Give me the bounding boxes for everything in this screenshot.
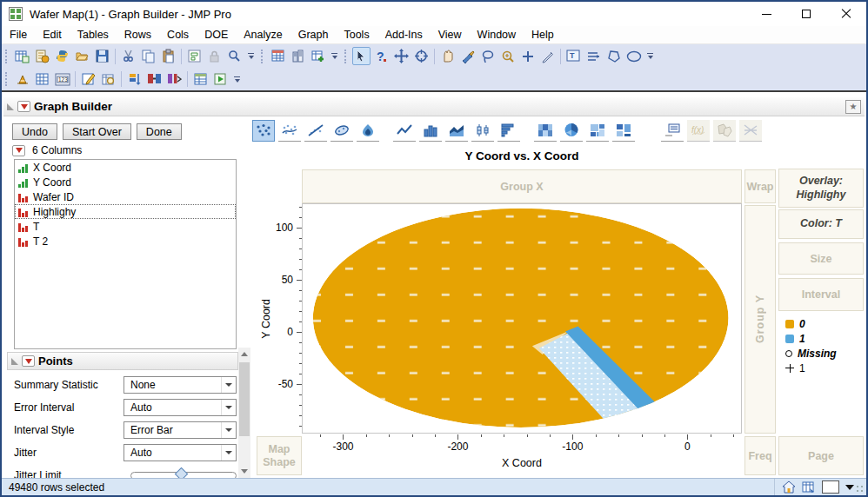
undo-button[interactable]: Undo xyxy=(12,123,57,140)
palette-ellipse[interactable] xyxy=(331,120,353,142)
maximize-button[interactable] xyxy=(786,2,826,26)
interval-style-dropdown[interactable]: Error Bar xyxy=(124,421,237,439)
scrollbar-thumb[interactable] xyxy=(239,362,250,436)
color-zone[interactable]: Color: T xyxy=(778,209,864,239)
palette-points[interactable] xyxy=(252,120,275,142)
resize-grip[interactable] xyxy=(856,485,865,494)
menu-window[interactable]: Window xyxy=(470,27,524,43)
menu-rows[interactable]: Rows xyxy=(117,27,159,43)
toolbar-overflow[interactable] xyxy=(232,72,242,86)
color-swatch[interactable] xyxy=(822,480,839,494)
dropdown-arrow-icon[interactable] xyxy=(845,485,854,490)
target-tool-icon[interactable] xyxy=(412,47,431,65)
menu-tables[interactable]: Tables xyxy=(70,27,117,43)
wafer-map[interactable] xyxy=(303,204,741,433)
column-item-selected[interactable]: Highlighy xyxy=(15,204,236,219)
text-box-annotation-icon[interactable]: T xyxy=(564,47,583,65)
red-triangle-menu[interactable] xyxy=(17,101,30,112)
menu-cols[interactable]: Cols xyxy=(159,27,197,43)
close-button[interactable] xyxy=(826,2,866,26)
panel-scrollbar[interactable] xyxy=(238,348,250,478)
column-item[interactable]: Wafer ID xyxy=(15,189,236,204)
toolbar-overflow[interactable] xyxy=(246,50,256,63)
summary-statistic-dropdown[interactable]: None xyxy=(124,376,237,394)
palette-histogram[interactable] xyxy=(497,120,520,142)
toolbar-grip[interactable] xyxy=(261,50,265,63)
toolbar-grip[interactable] xyxy=(344,50,349,63)
overlay-zone[interactable]: Overlay:Highlighy xyxy=(778,169,864,208)
split-columns-icon[interactable] xyxy=(165,70,184,89)
legend-item[interactable]: 1 xyxy=(785,331,837,346)
run-script-icon[interactable] xyxy=(211,70,230,89)
palette-mosaic[interactable] xyxy=(612,120,635,142)
line-annotation-icon[interactable] xyxy=(584,47,603,65)
done-button[interactable]: Done xyxy=(137,123,182,140)
y-axis[interactable]: 100500-50 xyxy=(257,203,302,434)
palette-heatmap[interactable] xyxy=(534,120,557,142)
data-table-icon[interactable] xyxy=(269,47,287,65)
plot-area[interactable] xyxy=(302,203,742,434)
palette-treemap[interactable] xyxy=(586,120,609,142)
open-icon[interactable] xyxy=(73,47,91,65)
menu-addins[interactable]: Add-Ins xyxy=(377,27,431,43)
bookmark-icon[interactable]: ★ xyxy=(845,100,861,114)
scroll-down-icon[interactable] xyxy=(238,465,250,478)
zoom-tool-icon[interactable] xyxy=(498,47,517,65)
menu-edit[interactable]: Edit xyxy=(35,27,70,43)
column-item[interactable]: Y Coord xyxy=(15,175,236,189)
column-item[interactable]: X Coord xyxy=(15,160,236,175)
palette-smoother[interactable] xyxy=(278,120,301,142)
palette-area[interactable] xyxy=(445,120,468,142)
points-red-triangle-menu[interactable] xyxy=(22,355,35,367)
wrap-zone[interactable]: Wrap xyxy=(744,169,776,203)
legend-item[interactable]: 1 xyxy=(785,361,837,375)
scroll-up-icon[interactable] xyxy=(238,348,250,361)
group-y-zone[interactable]: Group Y xyxy=(744,205,776,434)
page-zone[interactable]: Page xyxy=(778,436,864,475)
menu-help[interactable]: Help xyxy=(524,27,562,43)
group-x-zone[interactable]: Group X xyxy=(302,169,742,203)
palette-box-plot[interactable] xyxy=(471,120,494,142)
journal-icon[interactable] xyxy=(33,47,51,65)
columns-red-triangle-menu[interactable] xyxy=(12,145,25,156)
legend-item[interactable]: 0 xyxy=(785,316,837,331)
help-tool-icon[interactable]: ? xyxy=(372,47,391,65)
palette-line-of-fit[interactable] xyxy=(304,120,327,142)
layout-icon[interactable] xyxy=(185,47,204,65)
x-axis[interactable]: -300-200-1000 xyxy=(302,434,742,457)
menu-view[interactable]: View xyxy=(431,27,470,43)
annotate-tool-icon[interactable] xyxy=(538,47,557,65)
crosshair-tool-icon[interactable] xyxy=(518,47,537,65)
note-edit-icon[interactable] xyxy=(79,70,97,89)
python-script-icon[interactable] xyxy=(53,47,71,65)
toolbar-grip[interactable] xyxy=(5,72,10,86)
move-tool-icon[interactable] xyxy=(392,47,411,65)
map-shape-zone[interactable]: MapShape xyxy=(257,436,302,475)
data-grid-icon[interactable] xyxy=(33,70,51,89)
legend-item[interactable]: Missing xyxy=(785,346,837,361)
search-icon[interactable] xyxy=(225,47,244,65)
collapse-triangle-icon[interactable] xyxy=(7,103,14,110)
palette-pie[interactable] xyxy=(560,120,583,142)
error-interval-dropdown[interactable]: Auto xyxy=(124,399,237,416)
new-data-table-icon[interactable] xyxy=(13,47,31,65)
menu-tools[interactable]: Tools xyxy=(336,27,377,43)
size-zone[interactable]: Size xyxy=(778,242,864,275)
polygon-annotation-icon[interactable] xyxy=(604,47,623,65)
toolbar-overflow[interactable] xyxy=(330,50,339,63)
column-item[interactable]: T 2 xyxy=(15,234,236,248)
distribution-icon[interactable] xyxy=(13,70,31,89)
menu-file[interactable]: File xyxy=(2,27,35,43)
home-icon[interactable] xyxy=(782,480,796,494)
cut-icon[interactable] xyxy=(119,47,137,65)
palette-line[interactable] xyxy=(393,120,416,142)
menu-graph[interactable]: Graph xyxy=(290,27,337,43)
column-item[interactable]: T xyxy=(15,219,236,234)
minimize-button[interactable] xyxy=(746,2,786,26)
start-over-button[interactable]: Start Over xyxy=(63,123,131,140)
oval-annotation-icon[interactable] xyxy=(624,47,643,65)
arrow-tool-icon[interactable] xyxy=(352,47,371,65)
toolbar-grip[interactable] xyxy=(5,50,10,63)
join-tables-icon[interactable] xyxy=(145,70,164,89)
paste-icon[interactable] xyxy=(159,47,177,65)
